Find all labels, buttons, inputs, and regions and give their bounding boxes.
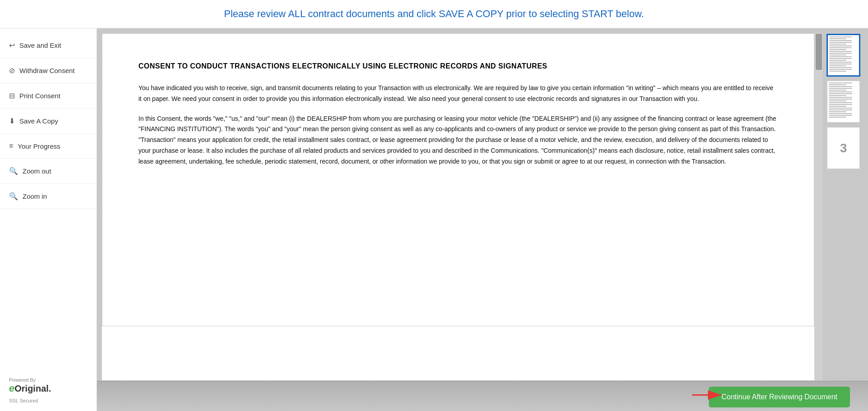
sidebar: ↩ Save and Exit ⊘ Withdraw Consent ⊟ Pri… (0, 28, 97, 411)
continue-after-reviewing-button[interactable]: Continue After Reviewing Document (709, 387, 850, 407)
withdraw-icon: ⊘ (9, 66, 15, 75)
arrow-indicator (692, 386, 728, 408)
content-area: 📌 Save ⊕ CONSENT TO CONDUCT TRANSACTIONS… (97, 28, 868, 411)
header-message: Please review ALL contract documents and… (224, 8, 644, 19)
thumbnail-page-2[interactable] (827, 80, 860, 123)
thumb-2-content (827, 81, 859, 120)
sidebar-label-your-progress: Your Progress (18, 142, 60, 150)
zoom-in-icon: 🔍 (9, 192, 18, 201)
thumbnail-page-3[interactable]: 3 (827, 127, 860, 169)
zoom-out-icon: 🔍 (9, 167, 18, 175)
sidebar-item-zoom-out[interactable]: 🔍 Zoom out (0, 159, 96, 184)
download-icon: ⬇ (9, 117, 15, 125)
ssl-secured-label: SSL Secured (9, 398, 87, 403)
powered-by-label: Powered By (9, 377, 87, 383)
sidebar-label-withdraw-consent: Withdraw Consent (19, 67, 75, 74)
footer-bar: Continue After Reviewing Document (97, 381, 868, 411)
scrollbar-track[interactable] (815, 33, 823, 381)
save-exit-icon: ↩ (9, 41, 15, 50)
document-paragraph-1: You have indicated you wish to receive, … (138, 83, 778, 105)
document-wrapper: 📌 Save ⊕ CONSENT TO CONDUCT TRANSACTIONS… (101, 33, 823, 381)
sidebar-item-your-progress[interactable]: ≡ Your Progress (0, 134, 96, 159)
main-layout: ↩ Save and Exit ⊘ Withdraw Consent ⊟ Pri… (0, 28, 868, 411)
eoriginal-logo: eOriginal. (9, 383, 87, 394)
print-icon: ⊟ (9, 91, 15, 100)
thumb-1-content (828, 35, 859, 74)
sidebar-label-print-consent: Print Consent (19, 92, 60, 100)
scrollbar-thumb[interactable] (816, 34, 822, 70)
sidebar-footer: Powered By eOriginal. SSL Secured (0, 368, 96, 411)
thumbnail-panel: 3 (823, 33, 863, 381)
progress-icon: ≡ (9, 142, 13, 150)
sidebar-item-print-consent[interactable]: ⊟ Print Consent (0, 83, 96, 109)
thumbnail-page-1[interactable] (827, 34, 860, 77)
document-container: 📌 Save ⊕ CONSENT TO CONDUCT TRANSACTIONS… (97, 28, 868, 381)
page-header: Please review ALL contract documents and… (0, 0, 868, 28)
sidebar-label-zoom-in: Zoom in (23, 192, 47, 200)
sidebar-item-zoom-in[interactable]: 🔍 Zoom in (0, 184, 96, 209)
sidebar-label-save-and-exit: Save and Exit (19, 41, 61, 49)
document-paragraph-2: In this Consent, the words "we," "us," a… (138, 114, 778, 167)
sidebar-label-save-a-copy: Save A Copy (19, 117, 58, 125)
document-page: CONSENT TO CONDUCT TRANSACTIONS ELECTRON… (102, 33, 814, 326)
sidebar-item-save-and-exit[interactable]: ↩ Save and Exit (0, 33, 96, 58)
sidebar-item-withdraw-consent[interactable]: ⊘ Withdraw Consent (0, 58, 96, 83)
sidebar-label-zoom-out: Zoom out (23, 167, 51, 175)
document-title: CONSENT TO CONDUCT TRANSACTIONS ELECTRON… (138, 61, 778, 72)
thumb-3-number: 3 (827, 128, 859, 169)
sidebar-item-save-a-copy[interactable]: ⬇ Save A Copy (0, 109, 96, 134)
